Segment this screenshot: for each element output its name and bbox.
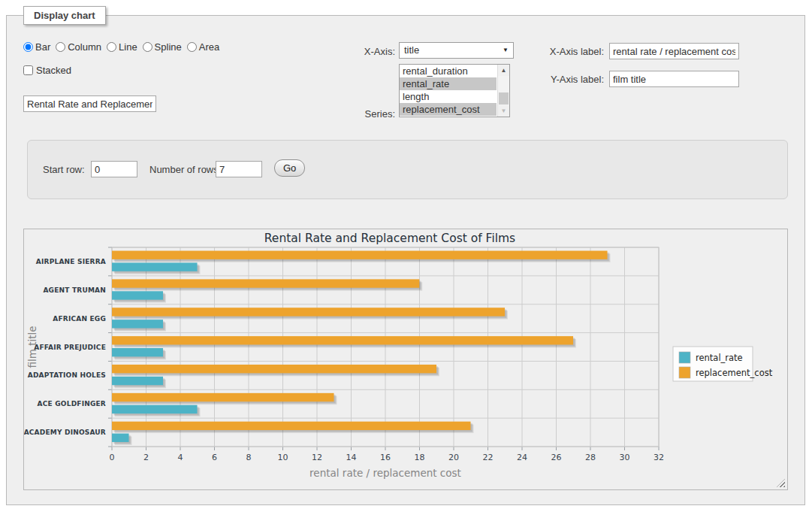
series-option-replacement_cost[interactable]: replacement_cost xyxy=(400,103,497,116)
series-listbox[interactable]: rental_durationrental_ratelengthreplacem… xyxy=(399,64,510,117)
svg-text:AFRICAN EGG: AFRICAN EGG xyxy=(53,315,106,323)
chart-type-option-line[interactable]: Line xyxy=(107,41,137,53)
bar-replacement_cost xyxy=(112,393,334,401)
stacked-label[interactable]: Stacked xyxy=(23,65,71,76)
radio-spline[interactable] xyxy=(143,42,152,52)
svg-text:12: 12 xyxy=(312,453,322,462)
bar-rental_rate xyxy=(112,405,198,414)
scroll-down-icon[interactable]: ▼ xyxy=(498,105,509,117)
bar-rental_rate xyxy=(112,377,163,385)
svg-text:AFFAIR PREJUDICE: AFFAIR PREJUDICE xyxy=(34,344,106,351)
bar-rental_rate xyxy=(112,291,163,299)
bar-replacement_cost xyxy=(112,251,608,259)
svg-text:0: 0 xyxy=(110,453,115,462)
number-of-rows-label: Number of rows: xyxy=(149,164,221,175)
bar-rental_rate xyxy=(112,262,198,271)
svg-text:rental_rate: rental_rate xyxy=(696,353,743,363)
svg-text:14: 14 xyxy=(346,453,357,462)
svg-text:ACADEMY DINOSAUR: ACADEMY DINOSAUR xyxy=(24,429,106,436)
x-axis-label-label: X-Axis label: xyxy=(533,46,604,57)
x-axis-select-label: X-Axis: xyxy=(306,46,395,57)
svg-text:18: 18 xyxy=(415,453,425,462)
svg-text:ACE GOLDFINGER: ACE GOLDFINGER xyxy=(38,400,106,407)
fieldset-legend: Display chart xyxy=(23,6,106,25)
bar-replacement_cost xyxy=(112,336,573,344)
bar-replacement_cost xyxy=(112,365,436,373)
series-option-rental_duration[interactable]: rental_duration xyxy=(400,65,497,77)
svg-text:32: 32 xyxy=(654,453,664,462)
number-of-rows-input[interactable] xyxy=(216,161,262,177)
bar-chart-svg: 02468101214161820222426283032AIRPLANE SI… xyxy=(24,229,787,489)
svg-text:6: 6 xyxy=(212,453,217,462)
x-axis-selected-value: title xyxy=(404,44,419,56)
bar-replacement_cost xyxy=(112,422,471,430)
svg-text:30: 30 xyxy=(620,453,630,462)
go-button[interactable]: Go xyxy=(274,159,305,177)
chart-type-option-column[interactable]: Column xyxy=(56,41,101,53)
svg-text:8: 8 xyxy=(246,453,252,462)
x-axis-select[interactable]: title ▼ xyxy=(399,42,514,59)
start-row-input[interactable] xyxy=(91,161,137,177)
svg-text:rental rate / replacement cost: rental rate / replacement cost xyxy=(309,467,461,479)
radio-area[interactable] xyxy=(187,42,197,52)
svg-text:film title: film title xyxy=(26,326,38,368)
radio-bar[interactable] xyxy=(23,42,33,52)
chevron-down-icon: ▼ xyxy=(503,43,509,58)
chart-type-option-spline[interactable]: Spline xyxy=(143,41,182,53)
series-option-length[interactable]: length xyxy=(400,90,497,103)
radio-column[interactable] xyxy=(56,42,65,52)
svg-text:26: 26 xyxy=(551,453,562,462)
stacked-checkbox-row: Stacked xyxy=(23,65,71,76)
chart-type-option-area[interactable]: Area xyxy=(187,41,219,53)
series-option-rental_rate[interactable]: rental_rate xyxy=(400,77,497,90)
display-chart-fieldset: Display chart BarColumnLineSplineArea St… xyxy=(6,15,805,505)
listbox-scrollbar[interactable]: ▲ ▼ xyxy=(497,65,509,117)
svg-text:28: 28 xyxy=(585,453,596,462)
rows-panel: Start row: Number of rows: Go xyxy=(27,140,788,199)
bar-rental_rate xyxy=(112,434,129,442)
svg-text:Rental Rate and Replacement Co: Rental Rate and Replacement Cost of Film… xyxy=(264,232,515,245)
chart-panel: 02468101214161820222426283032AIRPLANE SI… xyxy=(23,229,788,490)
scrollbar-thumb[interactable] xyxy=(499,92,509,105)
svg-text:replacement_cost: replacement_cost xyxy=(696,368,773,378)
bar-replacement_cost xyxy=(112,279,419,287)
stacked-checkbox[interactable] xyxy=(23,65,33,75)
y-axis-label-label: Y-Axis label: xyxy=(533,74,604,85)
svg-text:2: 2 xyxy=(143,453,149,462)
svg-text:16: 16 xyxy=(380,453,391,462)
svg-text:4: 4 xyxy=(178,453,183,462)
bar-replacement_cost xyxy=(112,308,505,316)
chart-title-input[interactable] xyxy=(23,95,156,112)
svg-text:20: 20 xyxy=(448,453,459,462)
bar-rental_rate xyxy=(112,348,163,356)
svg-text:AIRPLANE SIERRA: AIRPLANE SIERRA xyxy=(36,258,106,265)
radio-line[interactable] xyxy=(107,42,116,52)
svg-text:22: 22 xyxy=(483,453,494,462)
y-axis-label-input[interactable] xyxy=(609,71,739,87)
chart-type-radios: BarColumnLineSplineArea xyxy=(23,41,225,53)
start-row-label: Start row: xyxy=(43,164,85,175)
svg-text:24: 24 xyxy=(517,453,527,462)
chart-type-option-bar[interactable]: Bar xyxy=(23,41,50,53)
scroll-up-icon[interactable]: ▲ xyxy=(498,65,509,76)
series-select-label: Series: xyxy=(306,108,395,120)
svg-text:AGENT TRUMAN: AGENT TRUMAN xyxy=(43,286,106,294)
svg-text:10: 10 xyxy=(278,453,288,462)
bar-rental_rate xyxy=(112,320,163,328)
series-listbox-options: rental_durationrental_ratelengthreplacem… xyxy=(400,65,509,116)
svg-text:ADAPTATION HOLES: ADAPTATION HOLES xyxy=(28,371,106,379)
x-axis-label-input[interactable] xyxy=(609,43,739,59)
